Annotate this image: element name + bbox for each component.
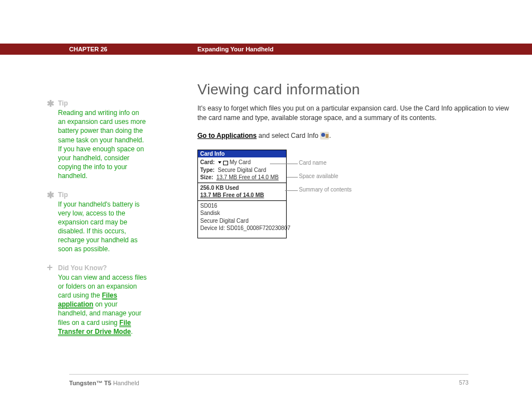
page-number: 573 [459,380,468,386]
did-you-know-block: + Did You Know? You can view and access … [58,264,147,336]
dyk-label: Did You Know? [58,264,147,272]
callout-summary: Summary of contents [299,186,351,193]
dyk-text-post: . [131,328,133,336]
chapter-title: Expanding Your Handheld [197,46,274,52]
instruction-tail: and select Card Info [257,132,320,140]
card-info-icon [320,132,329,140]
tip-body: Reading and writing info on an expansion… [58,108,147,181]
intro-text: It's easy to forget which files you put … [197,104,510,123]
card-info-section-mid: 256.0 KB Used 13.7 MB Free of 14.0 MB [198,183,286,201]
callout-space-text: Space available [299,173,338,179]
page-title: Viewing card information [197,81,510,98]
detail-line: Sandisk [200,209,284,217]
size-label: Size: [200,174,213,180]
sidebar: ✱ Tip Reading and writing info on an exp… [58,99,147,346]
tip-block-2: ✱ Tip If your handheld's battery is very… [58,191,147,254]
card-name-value: My Card [230,159,251,165]
callout-space: Space available [299,173,338,179]
instruction-tail2: . [329,132,331,140]
tip-label: Tip [58,191,147,199]
main-content: Viewing card information It's easy to fo… [197,81,510,238]
plus-icon: + [47,262,53,274]
card-type-row: Type: Secure Digital Card [200,166,284,174]
detail-line: SD016 [200,202,284,210]
footer-product: Tungsten™ T5 Handheld [69,380,139,386]
card-info-section-top: Card: My Card Type: Secure Digital Card … [198,157,286,183]
card-mini-icon [223,161,228,165]
footer-product-text: Handheld [112,380,139,386]
size-value: 13.7 MB Free of 14.0 MB [216,174,279,180]
card-info-panel: Card Info Card: My Card Type: Secure Dig… [197,150,287,238]
card-name-row: Card: My Card [200,159,284,166]
type-value: Secure Digital Card [218,167,267,173]
detail-line: Secure Digital Card [200,217,284,225]
detail-line: Device Id: SD016_0008F720230807 [200,224,284,232]
callout-card-name-text: Card name [299,160,326,166]
chapter-label: CHAPTER 26 [69,46,107,52]
dropdown-arrow-icon [218,161,221,164]
go-to-applications-link[interactable]: Go to Applications [197,132,257,140]
footer-brand: Tungsten™ T5 [69,380,112,386]
dyk-body: You can view and access files or folders… [58,273,147,336]
card-info-titlebar: Card Info [198,150,286,157]
asterisk-icon: ✱ [47,98,54,109]
callout-card-name: Card name [299,160,326,166]
instruction-line: Go to Applications and select Card Info … [197,132,510,140]
free-value: 13.7 MB Free of 14.0 MB [200,192,264,198]
header-bar: CHAPTER 26 Expanding Your Handheld [0,44,532,55]
card-info-screenshot: Card Info Card: My Card Type: Secure Dig… [197,150,510,238]
footer-divider [69,374,468,375]
card-size-row: Size: 13.7 MB Free of 14.0 MB [200,174,284,181]
card-info-section-details: SD016 Sandisk Secure Digital Card Device… [198,201,286,238]
callout-summary-text: Summary of contents [299,186,351,193]
tip-body: If your handheld's battery is very low, … [58,200,147,254]
used-value: 256.0 KB Used [200,185,239,191]
asterisk-icon: ✱ [47,190,54,200]
tip-label: Tip [58,99,147,107]
tip-block-1: ✱ Tip Reading and writing info on an exp… [58,99,147,181]
card-label: Card: [200,159,215,165]
type-label: Type: [200,167,215,173]
